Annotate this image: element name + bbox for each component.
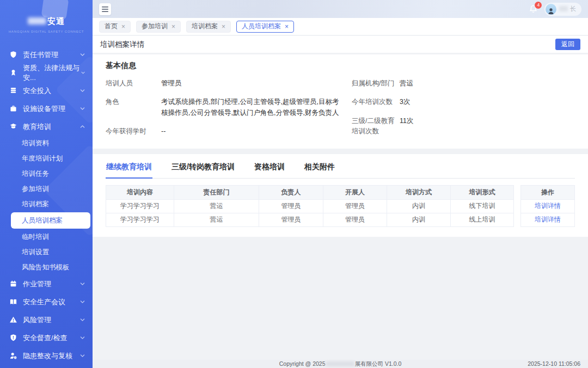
sidebar-item-教育培训[interactable]: 教育培训 xyxy=(0,118,93,136)
topbar-right: 4 长 xyxy=(527,3,581,16)
table-cell: 内训 xyxy=(387,213,451,227)
hamburger-icon xyxy=(102,7,108,12)
field-label: 三级/二级教育培训次数 xyxy=(352,116,400,137)
sidebar-item-label: 安全督查/检查 xyxy=(23,333,68,343)
nav-tab-参加培训[interactable]: 参加培训× xyxy=(136,21,181,33)
sidebar-item-label: 安全生产会议 xyxy=(23,297,65,307)
sidebar-item-设施设备管理[interactable]: 设施设备管理 xyxy=(0,100,93,118)
sidebar-item-安全督查/检查[interactable]: 安全督查/检查 xyxy=(0,329,93,347)
app-logo: 安通 HANGQIAN DIGITAL SAFETY CONNECT xyxy=(0,0,93,46)
training-tabs: 继续教育培训三级/转岗教育培训资格培训相关附件 xyxy=(106,161,575,179)
column-header-责任部门: 责任部门 xyxy=(174,185,259,200)
sidebar-subitem-培训资料[interactable]: 培训资料 xyxy=(0,136,93,151)
field-label: 培训人员 xyxy=(106,78,161,89)
copyright-text: Copyright @ 2025展有限公司 V1.0.0 xyxy=(279,360,402,368)
table-cell: 管理员 xyxy=(259,200,323,213)
submenu-教育培训: 培训资料年度培训计划培训任务参加培训培训档案人员培训档案临时培训培训设置风险告知… xyxy=(0,136,93,275)
chevron-down-icon xyxy=(79,335,85,341)
sidebar-item-label: 风险管理 xyxy=(23,315,51,325)
sidebar-item-资质、法律法规与安...[interactable]: 资质、法律法规与安... xyxy=(0,64,93,82)
coins-icon xyxy=(9,87,17,95)
field-label: 今年获得学时 xyxy=(106,126,161,137)
sidebar-item-作业管理[interactable]: 作业管理 xyxy=(0,275,93,293)
info-field-今年获得学时: 今年获得学时-- xyxy=(106,126,350,137)
training-detail-link[interactable]: 培训详情 xyxy=(535,201,561,211)
sidebar-subitem-临时培训[interactable]: 临时培训 xyxy=(0,229,93,244)
sidebar-subitem-培训档案[interactable]: 培训档案 xyxy=(0,197,93,212)
table-cell: 管理员 xyxy=(259,213,323,227)
sidebar-item-label: 资质、法律法规与安... xyxy=(23,63,81,83)
training-table: 培训内容责任部门负责人开展人培训方式培训形式操作学习学习学习营运管理员管理员内训… xyxy=(106,185,575,227)
meeting-icon xyxy=(9,298,17,306)
chevron-up-icon xyxy=(79,124,85,130)
training-tab-继续教育培训[interactable]: 继续教育培训 xyxy=(106,161,152,179)
collapse-sidebar-button[interactable] xyxy=(99,3,111,15)
chevron-down-icon xyxy=(79,353,85,359)
field-label: 归属机构/部门 xyxy=(352,78,400,89)
sidebar-item-label: 设施设备管理 xyxy=(23,104,65,114)
inspection-icon xyxy=(9,334,17,342)
notifications-button[interactable]: 4 xyxy=(527,3,539,15)
basic-info-title: 基本信息 xyxy=(106,61,575,71)
calendar-icon xyxy=(9,280,17,288)
tab-close-icon[interactable]: × xyxy=(285,23,289,30)
table-cell: 线上培训 xyxy=(451,213,514,227)
redacted-logo-text xyxy=(28,17,46,24)
info-field-归属机构/部门: 归属机构/部门营运 xyxy=(352,78,575,89)
nav-tab-首页[interactable]: 首页× xyxy=(99,21,131,33)
sidebar-item-责任书管理[interactable]: 责任书管理 xyxy=(0,46,93,64)
table-cell: 学习学习学习 xyxy=(106,213,174,227)
column-header-培训内容: 培训内容 xyxy=(106,185,174,200)
sidebar-subitem-培训设置[interactable]: 培训设置 xyxy=(0,244,93,260)
medal-icon xyxy=(9,69,17,77)
nav-tab-培训档案[interactable]: 培训档案× xyxy=(186,21,231,33)
sidebar-item-label: 责任书管理 xyxy=(23,50,58,60)
table-cell: 管理员 xyxy=(323,200,387,213)
sidebar-subitem-培训任务[interactable]: 培训任务 xyxy=(0,166,93,181)
training-tab-三级/转岗教育培训[interactable]: 三级/转岗教育培训 xyxy=(171,161,235,179)
app-subtitle: HANGQIAN DIGITAL SAFETY CONNECT xyxy=(0,30,93,33)
field-value: 3次 xyxy=(400,97,575,107)
page-header: 培训档案详情 返回 xyxy=(93,36,588,53)
training-detail-link[interactable]: 培训详情 xyxy=(535,215,561,224)
field-value: 营运 xyxy=(400,78,575,89)
chevron-down-icon xyxy=(79,317,85,323)
sidebar-subitem-人员培训档案[interactable]: 人员培训档案 xyxy=(11,212,90,229)
info-field-培训人员: 培训人员管理员 xyxy=(106,78,350,89)
tab-close-icon[interactable]: × xyxy=(121,23,125,30)
user-menu[interactable]: 长 xyxy=(544,3,581,16)
sidebar-menu: 责任书管理资质、法律法规与安...安全投入设施设备管理教育培训培训资料年度培训计… xyxy=(0,46,93,365)
chevron-down-icon xyxy=(79,52,85,58)
tab-close-icon[interactable]: × xyxy=(222,23,225,30)
sidebar-item-安全投入[interactable]: 安全投入 xyxy=(0,82,93,100)
sidebar-subitem-参加培训[interactable]: 参加培训 xyxy=(0,181,93,197)
chevron-down-icon xyxy=(81,70,85,76)
sidebar-subitem-风险告知书模板[interactable]: 风险告知书模板 xyxy=(0,260,93,275)
rectify-icon xyxy=(9,352,17,360)
training-tab-资格培训[interactable]: 资格培训 xyxy=(254,161,285,179)
nav-tab-label: 培训档案 xyxy=(192,22,218,31)
sidebar-item-隐患整改与复核[interactable]: 隐患整改与复核 xyxy=(0,347,93,365)
content-background xyxy=(93,237,588,360)
sidebar-item-风险管理[interactable]: 风险管理 xyxy=(0,311,93,329)
back-button[interactable]: 返回 xyxy=(555,39,580,50)
sidebar-subitem-年度培训计划[interactable]: 年度培训计划 xyxy=(0,151,93,166)
tab-close-icon[interactable]: × xyxy=(171,23,175,30)
field-value: -- xyxy=(161,126,350,137)
app-title: 安通 xyxy=(0,16,93,27)
shield-icon xyxy=(9,51,17,59)
column-header-培训方式: 培训方式 xyxy=(387,185,451,200)
table-cell: 线下培训 xyxy=(451,200,514,213)
nav-tab-人员培训档案[interactable]: 人员培训档案× xyxy=(236,21,294,33)
training-tab-相关附件[interactable]: 相关附件 xyxy=(304,161,335,179)
info-field-角色: 角色考试系统操作员,部门经理,公司主管领导,超级管理员,目标考核操作员,公司分管… xyxy=(106,97,350,118)
basic-info-left-column: 培训人员管理员角色考试系统操作员,部门经理,公司主管领导,超级管理员,目标考核操… xyxy=(106,78,350,145)
topbar: 4 长 xyxy=(93,0,588,18)
field-value: 管理员 xyxy=(161,78,350,89)
sidebar-item-安全生产会议[interactable]: 安全生产会议 xyxy=(0,293,93,311)
table-column-gap xyxy=(514,200,520,213)
nav-tab-label: 人员培训档案 xyxy=(242,22,281,31)
column-header-培训形式: 培训形式 xyxy=(451,185,514,200)
basic-info-grid: 培训人员管理员角色考试系统操作员,部门经理,公司主管领导,超级管理员,目标考核操… xyxy=(106,78,575,145)
column-header-开展人: 开展人 xyxy=(323,185,387,200)
